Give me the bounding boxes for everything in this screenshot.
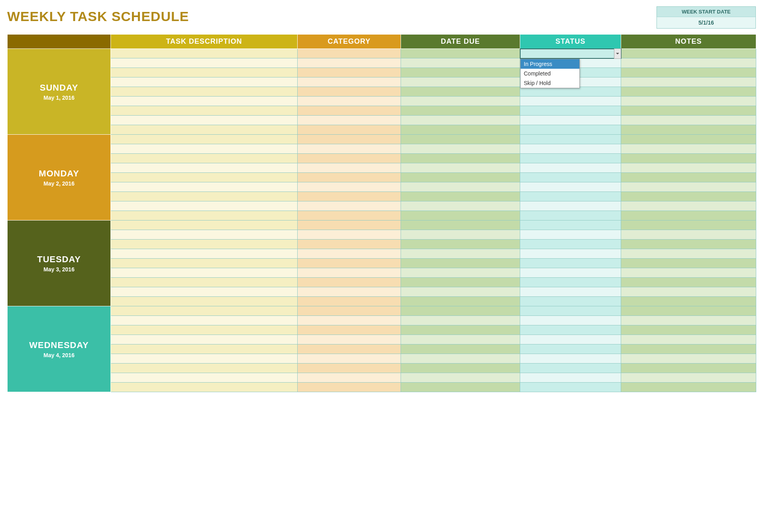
category-cell[interactable] [298,259,401,268]
status-cell[interactable] [520,173,621,182]
status-dropdown-button[interactable] [614,48,621,59]
status-cell[interactable] [520,221,621,230]
category-cell[interactable] [298,87,401,97]
task-cell[interactable] [111,87,298,97]
status-cell[interactable] [520,87,621,97]
category-cell[interactable] [298,240,401,249]
task-cell[interactable] [111,77,298,87]
notes-cell[interactable] [621,373,756,383]
notes-cell[interactable] [621,335,756,344]
notes-cell[interactable] [621,383,756,392]
notes-cell[interactable] [621,249,756,259]
due-cell[interactable] [401,287,520,297]
due-cell[interactable] [401,49,520,58]
category-cell[interactable] [298,106,401,116]
notes-cell[interactable] [621,306,756,316]
category-cell[interactable] [298,173,401,182]
notes-cell[interactable] [621,344,756,354]
status-cell[interactable] [520,354,621,364]
category-cell[interactable] [298,297,401,306]
notes-cell[interactable] [621,182,756,192]
category-cell[interactable] [298,211,401,221]
status-cell[interactable] [520,249,621,259]
status-cell[interactable] [520,211,621,221]
status-option[interactable]: Completed [521,69,579,78]
status-cell[interactable] [520,325,621,335]
due-cell[interactable] [401,306,520,316]
task-cell[interactable] [111,201,298,211]
status-cell[interactable] [520,335,621,344]
category-cell[interactable] [298,344,401,354]
due-cell[interactable] [401,344,520,354]
category-cell[interactable] [298,68,401,77]
task-cell[interactable] [111,182,298,192]
notes-cell[interactable] [621,201,756,211]
due-cell[interactable] [401,68,520,77]
task-cell[interactable] [111,240,298,249]
status-cell[interactable] [520,383,621,392]
task-cell[interactable] [111,135,298,144]
task-cell[interactable] [111,278,298,287]
due-cell[interactable] [401,268,520,278]
due-cell[interactable] [401,182,520,192]
due-cell[interactable] [401,221,520,230]
due-cell[interactable] [401,316,520,325]
task-cell[interactable] [111,116,298,125]
notes-cell[interactable] [621,287,756,297]
notes-cell[interactable] [621,230,756,240]
category-cell[interactable] [298,335,401,344]
task-cell[interactable] [111,316,298,325]
status-cell[interactable]: In ProgressCompletedSkip / Hold [520,49,621,58]
category-cell[interactable] [298,364,401,373]
status-cell[interactable] [520,240,621,249]
status-cell[interactable] [520,364,621,373]
category-cell[interactable] [298,325,401,335]
due-cell[interactable] [401,173,520,182]
task-cell[interactable] [111,364,298,373]
task-cell[interactable] [111,58,298,68]
due-cell[interactable] [401,354,520,364]
task-cell[interactable] [111,373,298,383]
category-cell[interactable] [298,230,401,240]
task-cell[interactable] [111,335,298,344]
status-cell[interactable] [520,144,621,154]
due-cell[interactable] [401,125,520,135]
task-cell[interactable] [111,125,298,135]
category-cell[interactable] [298,221,401,230]
task-cell[interactable] [111,230,298,240]
task-cell[interactable] [111,154,298,163]
notes-cell[interactable] [621,364,756,373]
notes-cell[interactable] [621,144,756,154]
notes-cell[interactable] [621,316,756,325]
due-cell[interactable] [401,97,520,106]
due-cell[interactable] [401,144,520,154]
due-cell[interactable] [401,154,520,163]
category-cell[interactable] [298,278,401,287]
status-cell[interactable] [520,97,621,106]
category-cell[interactable] [298,58,401,68]
task-cell[interactable] [111,221,298,230]
task-cell[interactable] [111,259,298,268]
due-cell[interactable] [401,240,520,249]
task-cell[interactable] [111,68,298,77]
due-cell[interactable] [401,87,520,97]
status-cell[interactable] [520,154,621,163]
task-cell[interactable] [111,383,298,392]
status-cell[interactable] [520,373,621,383]
task-cell[interactable] [111,297,298,306]
category-cell[interactable] [298,77,401,87]
due-cell[interactable] [401,297,520,306]
due-cell[interactable] [401,58,520,68]
status-cell[interactable] [520,125,621,135]
notes-cell[interactable] [621,49,756,58]
task-cell[interactable] [111,211,298,221]
status-cell[interactable] [520,106,621,116]
due-cell[interactable] [401,373,520,383]
notes-cell[interactable] [621,221,756,230]
notes-cell[interactable] [621,77,756,87]
task-cell[interactable] [111,306,298,316]
notes-cell[interactable] [621,116,756,125]
task-cell[interactable] [111,163,298,173]
category-cell[interactable] [298,97,401,106]
notes-cell[interactable] [621,125,756,135]
